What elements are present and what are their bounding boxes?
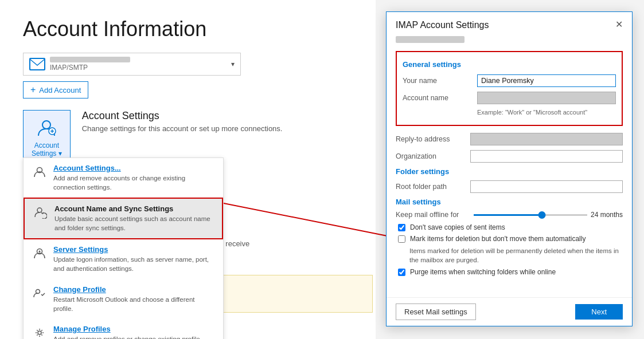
- reply-to-label: Reply-to address: [396, 135, 470, 143]
- account-settings-section: Account Settings ▾ Account Settings Chan…: [23, 110, 353, 163]
- svg-point-5: [37, 208, 42, 212]
- root-folder-row: Root folder path: [396, 180, 623, 193]
- account-selector[interactable]: IMAP/SMTP ▾: [23, 53, 241, 76]
- general-settings-title: General settings: [403, 60, 616, 69]
- root-folder-label: Root folder path: [396, 183, 470, 191]
- account-name-hint: Example: "Work" or "Microsoft account": [477, 109, 616, 116]
- menu-item-desc-0: Add and remove accounts or change existi…: [53, 174, 215, 192]
- keep-offline-row: Keep mail offline for 24 months: [396, 211, 623, 219]
- account-name-input[interactable]: [477, 92, 616, 104]
- offline-slider-thumb[interactable]: [538, 211, 545, 219]
- checkbox-no-copies-label: Don't save copies of sent items: [410, 223, 505, 231]
- menu-item-change-profile[interactable]: Change Profile Restart Microsoft Outlook…: [24, 279, 223, 319]
- plus-icon: +: [30, 85, 36, 95]
- account-settings-icon-button[interactable]: Account Settings ▾: [23, 110, 71, 163]
- menu-item-content-2: Server Settings Update logon information…: [53, 245, 215, 273]
- svg-point-9: [38, 331, 41, 334]
- reset-mail-settings-button[interactable]: Reset Mail settings: [396, 303, 476, 320]
- menu-item-desc-1: Update basic account settings such as ac…: [54, 214, 214, 232]
- account-settings-dropdown: Account Settings... Add and remove accou…: [23, 157, 224, 339]
- dropdown-arrow-icon: ▾: [231, 60, 235, 68]
- account-name-label: Account name: [403, 94, 477, 102]
- menu-item-title-1: Account Name and Sync Settings: [54, 204, 214, 213]
- menu-item-account-settings[interactable]: Account Settings... Add and remove accou…: [24, 158, 223, 198]
- menu-item-title-4: Manage Profiles: [53, 325, 215, 333]
- menu-item-icon-3: [32, 285, 48, 301]
- add-account-label: Add Account: [39, 86, 81, 94]
- checkbox-purge[interactable]: [398, 269, 405, 276]
- account-settings-text: Change settings for this account or set …: [82, 124, 283, 133]
- checkbox-mark-deletion-row: Mark items for deletion but don't move t…: [396, 235, 623, 243]
- dialog-account-bar: [396, 36, 465, 43]
- dialog-body: General settings Your name Account name …: [387, 51, 632, 302]
- menu-item-title-2: Server Settings: [53, 245, 215, 254]
- dialog-footer: Reset Mail settings Next: [387, 297, 632, 326]
- account-name-row: Account name: [403, 92, 616, 104]
- reply-to-input[interactable]: [470, 133, 623, 145]
- checkbox-no-copies[interactable]: [398, 224, 405, 231]
- menu-item-server-settings[interactable]: Server Settings Update logon information…: [24, 239, 223, 279]
- folder-settings-title: Folder settings: [396, 167, 623, 176]
- organization-row: Organization: [396, 150, 623, 163]
- account-type: IMAP/SMTP: [50, 64, 227, 72]
- account-name-bar: [50, 57, 130, 62]
- left-panel: Account Information IMAP/SMTP ▾ + Add Ac…: [0, 0, 376, 339]
- checkbox-mark-deletion-hint: Items marked for deletion will be perman…: [396, 246, 623, 265]
- offline-slider-value: 24 months: [591, 211, 623, 219]
- checkbox-mark-deletion[interactable]: [398, 235, 405, 243]
- offline-slider-fill: [474, 214, 542, 216]
- mail-settings-title: Mail settings: [396, 198, 623, 206]
- menu-item-desc-4: Add and remove profiles or change existi…: [53, 334, 215, 339]
- menu-item-title-0: Account Settings...: [53, 164, 215, 172]
- svg-point-7: [39, 251, 41, 253]
- account-settings-svg-icon: [36, 117, 57, 138]
- next-button[interactable]: Next: [575, 304, 623, 320]
- checkbox-mark-deletion-label: Mark items for deletion but don't move t…: [410, 235, 586, 243]
- imap-account-settings-dialog: IMAP Account Settings ✕ General settings…: [386, 11, 633, 326]
- profile-icon: [33, 287, 46, 299]
- menu-item-desc-2: Update logon information, such as server…: [53, 255, 215, 273]
- gear-icon: [33, 326, 46, 339]
- account-settings-icon-label: Account Settings ▾: [32, 141, 62, 157]
- menu-item-content-1: Account Name and Sync Settings Update ba…: [54, 204, 214, 232]
- account-info: IMAP/SMTP: [50, 57, 227, 72]
- checkbox-purge-label: Purge items when switching folders while…: [410, 268, 556, 276]
- menu-item-account-name-sync[interactable]: Account Name and Sync Settings Update ba…: [24, 198, 223, 239]
- dialog-title: IMAP Account Settings: [396, 20, 489, 30]
- account-settings-description: Account Settings Change settings for thi…: [82, 110, 283, 163]
- svg-rect-1: [30, 59, 44, 69]
- sync-person-icon: [34, 206, 47, 219]
- menu-item-manage-profiles[interactable]: Manage Profiles Add and remove profiles …: [24, 319, 223, 339]
- offline-slider-track: [474, 214, 587, 216]
- general-settings-section: General settings Your name Account name …: [396, 51, 623, 126]
- person-icon: [33, 165, 46, 178]
- organization-label: Organization: [396, 152, 470, 160]
- menu-item-content-0: Account Settings... Add and remove accou…: [53, 164, 215, 192]
- your-name-input[interactable]: [477, 74, 616, 87]
- menu-item-icon-0: [32, 164, 48, 180]
- organization-input[interactable]: [470, 150, 623, 163]
- root-folder-input[interactable]: [470, 180, 623, 193]
- your-name-row: Your name: [403, 74, 616, 87]
- your-name-label: Your name: [403, 77, 477, 85]
- checkbox-purge-row: Purge items when switching folders while…: [396, 268, 623, 276]
- dialog-close-button[interactable]: ✕: [615, 20, 623, 29]
- checkbox-no-copies-row: Don't save copies of sent items: [396, 223, 623, 231]
- menu-item-desc-3: Restart Microsoft Outlook and choose a d…: [53, 295, 215, 313]
- email-icon: [29, 58, 45, 70]
- reply-to-row: Reply-to address: [396, 133, 623, 145]
- menu-item-icon-4: [32, 325, 48, 339]
- menu-item-title-3: Change Profile: [53, 285, 215, 294]
- menu-item-content-4: Manage Profiles Add and remove profiles …: [53, 325, 215, 339]
- page-title: Account Information: [23, 17, 353, 41]
- keep-offline-label: Keep mail offline for: [396, 211, 470, 219]
- dialog-header: IMAP Account Settings ✕: [387, 12, 632, 36]
- svg-point-2: [42, 121, 50, 129]
- add-account-button[interactable]: + Add Account: [23, 81, 88, 98]
- menu-item-content-3: Change Profile Restart Microsoft Outlook…: [53, 285, 215, 313]
- menu-item-icon-2: [32, 245, 48, 261]
- server-icon: [33, 247, 46, 259]
- menu-item-icon-1: [33, 204, 49, 220]
- account-settings-heading: Account Settings: [82, 110, 283, 122]
